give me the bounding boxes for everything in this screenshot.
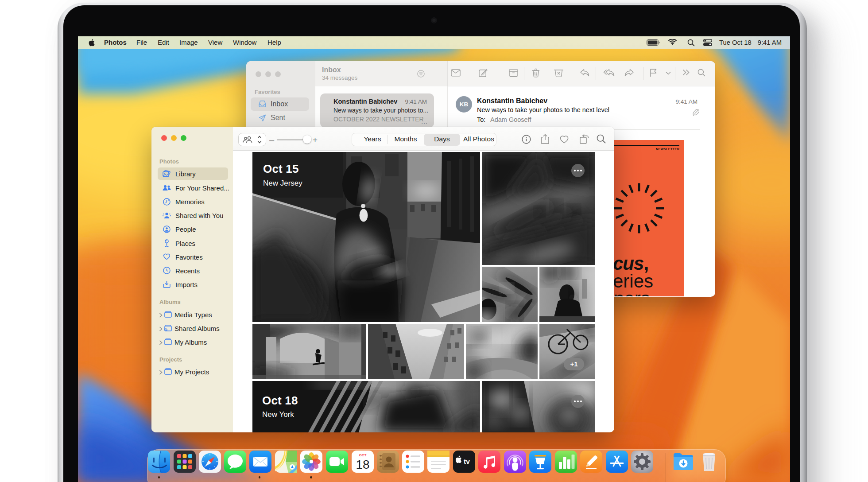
- svg-text:OCT: OCT: [359, 453, 367, 457]
- svg-text:18: 18: [356, 458, 369, 471]
- svg-text:tv: tv: [464, 458, 470, 465]
